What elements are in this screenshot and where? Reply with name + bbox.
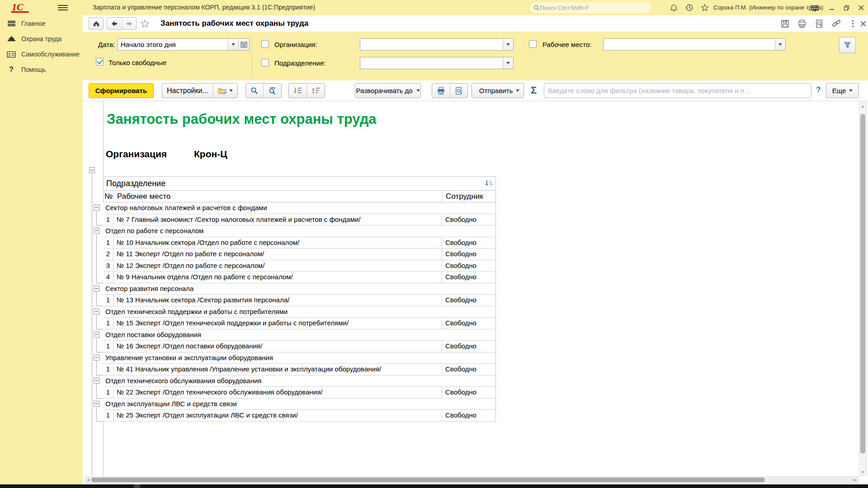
global-search-input[interactable] bbox=[540, 5, 647, 11]
tree-gutter bbox=[83, 329, 94, 341]
sidebar-item-labor-safety[interactable]: Охрана труда bbox=[0, 31, 83, 47]
collapse-group-button[interactable] bbox=[94, 401, 99, 407]
horizontal-scroll-thumb[interactable] bbox=[91, 478, 765, 482]
scroll-up-arrow[interactable]: ▲ bbox=[859, 103, 866, 109]
scroll-right-arrow[interactable]: ► bbox=[852, 477, 858, 483]
collapse-group-button[interactable] bbox=[94, 205, 99, 211]
collapse-group-button[interactable] bbox=[94, 228, 99, 234]
employee-cell: Свободно bbox=[442, 214, 495, 225]
expand-groups-button[interactable] bbox=[289, 84, 307, 98]
find-button[interactable] bbox=[246, 84, 263, 98]
add-favorite-star-icon[interactable] bbox=[141, 19, 149, 28]
preview-button[interactable] bbox=[450, 84, 467, 98]
workplace-dropdown-button[interactable] bbox=[775, 39, 785, 50]
chevron-down-icon bbox=[849, 89, 853, 94]
totals-sigma-button[interactable]: Σ bbox=[531, 84, 537, 96]
maximize-window-icon[interactable] bbox=[842, 4, 851, 12]
department-dropdown-button[interactable] bbox=[503, 57, 513, 69]
quick-print-button[interactable] bbox=[432, 84, 450, 98]
workplace-cell: № 9 Начальник отдела /Отдел по работе с … bbox=[113, 272, 442, 283]
find-next-button[interactable] bbox=[263, 84, 281, 98]
tree-gutter bbox=[94, 260, 103, 272]
vertical-scrollbar[interactable]: ▲ ▼ bbox=[859, 102, 867, 476]
collapse-all-button[interactable] bbox=[89, 167, 95, 173]
id-card-icon bbox=[6, 50, 16, 58]
chevron-down-icon bbox=[516, 89, 519, 94]
workplace-cell: № 11 Эксперт /Отдел по работе с персонал… bbox=[113, 249, 442, 260]
workplace-checkbox[interactable] bbox=[529, 40, 537, 48]
workplace-row: 1№ 16 Эксперт /Отдел поставки оборудован… bbox=[83, 341, 496, 352]
history-icon[interactable] bbox=[684, 3, 694, 12]
sidebar-item-label: Самообслуживание bbox=[21, 51, 80, 58]
tree-gutter bbox=[83, 283, 94, 295]
calendar-icon bbox=[241, 41, 247, 48]
more-actions-kebab-icon[interactable] bbox=[847, 19, 858, 28]
scroll-left-arrow[interactable]: ◄ bbox=[85, 477, 91, 483]
printer-icon bbox=[437, 87, 445, 95]
more-button[interactable]: Еще bbox=[826, 83, 859, 98]
tree-gutter bbox=[83, 225, 94, 237]
save-button[interactable] bbox=[779, 19, 790, 28]
department-checkbox[interactable] bbox=[261, 59, 269, 66]
settings-button[interactable]: Настройки... bbox=[162, 84, 213, 98]
notifications-bell-icon[interactable] bbox=[669, 3, 679, 12]
get-link-button[interactable] bbox=[831, 19, 842, 28]
current-user[interactable]: Сорока П.М. (Инженер по охране труда) bbox=[713, 4, 823, 11]
organization-dropdown-button[interactable] bbox=[503, 39, 513, 50]
close-window-icon[interactable] bbox=[857, 4, 866, 12]
sidebar-item-main[interactable]: Главное bbox=[0, 16, 83, 31]
collapse-group-button[interactable] bbox=[94, 286, 99, 291]
tree-gutter bbox=[94, 225, 103, 237]
collapse-groups-button[interactable] bbox=[307, 84, 325, 98]
collapse-group-button[interactable] bbox=[94, 355, 99, 361]
department-combo bbox=[360, 57, 514, 69]
minimize-window-icon[interactable] bbox=[827, 4, 836, 12]
back-button[interactable] bbox=[107, 18, 122, 29]
report-variants-button[interactable] bbox=[213, 84, 237, 98]
sidebar-item-label: Охрана труда bbox=[21, 35, 61, 42]
tree-gutter bbox=[83, 295, 94, 306]
row-number-cell: 1 bbox=[103, 295, 113, 306]
only-free-checkbox[interactable] bbox=[96, 58, 104, 66]
close-report-icon[interactable] bbox=[858, 19, 868, 28]
sidebar-item-self-service[interactable]: Самообслуживание bbox=[0, 47, 83, 62]
workplace-row: 1№ 7 Главный экономист /Сектор налоговых… bbox=[83, 214, 496, 226]
workplace-input[interactable] bbox=[604, 39, 775, 50]
main-menu-icon[interactable] bbox=[58, 4, 68, 12]
date-calendar-button[interactable] bbox=[238, 39, 249, 50]
horizontal-scrollbar[interactable]: ◄ ► bbox=[85, 476, 859, 483]
print-button[interactable] bbox=[797, 19, 807, 28]
global-search[interactable] bbox=[530, 2, 651, 13]
collapse-group-button[interactable] bbox=[94, 332, 99, 338]
expand-down-icon bbox=[293, 87, 302, 94]
home-button[interactable] bbox=[89, 17, 104, 30]
service-menu-icon[interactable] bbox=[811, 4, 822, 11]
collapse-group-button[interactable] bbox=[94, 378, 99, 384]
date-dropdown-button[interactable] bbox=[228, 39, 238, 50]
date-input[interactable] bbox=[118, 39, 228, 50]
quick-filter-input[interactable] bbox=[544, 83, 811, 98]
sidebar-item-help[interactable]: ? Помощь bbox=[0, 62, 83, 77]
scroll-down-arrow[interactable]: ▼ bbox=[859, 469, 866, 475]
group-name: Сектор развития персонала bbox=[103, 283, 193, 295]
organization-checkbox[interactable] bbox=[261, 40, 269, 48]
help-button[interactable]: ? bbox=[816, 85, 821, 94]
search-icon bbox=[250, 87, 259, 95]
generate-button[interactable]: Сформировать bbox=[89, 83, 154, 98]
department-input[interactable] bbox=[360, 57, 503, 69]
sort-icon[interactable] bbox=[485, 180, 493, 187]
forward-button[interactable] bbox=[122, 18, 136, 29]
tree-gutter bbox=[83, 364, 94, 375]
favorites-star-icon[interactable] bbox=[700, 3, 710, 12]
send-button[interactable]: Отправить bbox=[472, 83, 524, 98]
expand-to-button[interactable]: Разворачивать до bbox=[355, 83, 421, 98]
tree-gutter bbox=[94, 329, 103, 341]
filter-settings-button[interactable] bbox=[839, 37, 856, 53]
print-preview-button[interactable] bbox=[814, 19, 825, 28]
print-icon bbox=[797, 19, 807, 28]
tree-gutter bbox=[83, 306, 94, 318]
workplace-cell: № 15 Эксперт /Отдел технической поддержк… bbox=[113, 318, 442, 329]
organization-input[interactable] bbox=[360, 39, 503, 50]
collapse-group-button[interactable] bbox=[94, 309, 99, 314]
vertical-scroll-thumb[interactable] bbox=[860, 114, 865, 454]
